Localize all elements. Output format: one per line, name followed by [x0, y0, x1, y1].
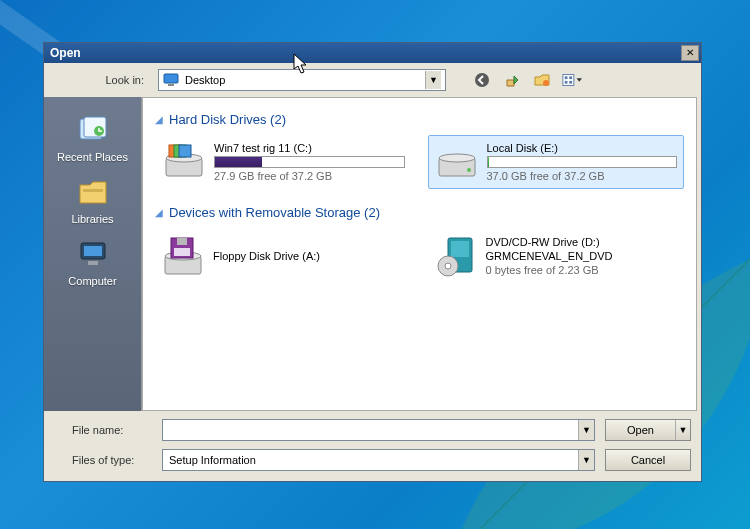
open-button[interactable]: Open ▼: [605, 419, 691, 441]
svg-rect-12: [83, 189, 103, 192]
places-bar: Recent Places Libraries Computer: [44, 97, 142, 411]
drive-item[interactable]: Win7 test rig 11 (C:) 27.9 GB free of 37…: [155, 135, 412, 189]
cancel-button[interactable]: Cancel: [605, 449, 691, 471]
open-dialog: Open ✕ Look in: Desktop ▼: [43, 42, 702, 482]
cancel-button-label: Cancel: [631, 450, 665, 470]
chevron-down-icon: ◢: [155, 207, 163, 218]
device-free-text: 0 bytes free of 2.23 GB: [486, 264, 613, 276]
svg-rect-14: [84, 246, 102, 256]
svg-point-32: [445, 263, 451, 269]
dialog-title: Open: [50, 46, 681, 60]
device-name: DVD/CD-RW Drive (D:): [486, 236, 613, 248]
computer-icon: [76, 237, 110, 271]
dvd-drive-icon: [434, 234, 478, 278]
group-header-hdd[interactable]: ◢ Hard Disk Drives (2): [155, 112, 684, 127]
svg-rect-5: [565, 76, 568, 79]
drive-usage-bar: [487, 156, 678, 168]
svg-point-23: [467, 168, 471, 172]
filename-combo[interactable]: ▼: [162, 419, 595, 441]
lookin-dropdown-arrow[interactable]: ▼: [425, 71, 441, 89]
group-title: Devices with Removable Storage (2): [169, 205, 380, 220]
device-item[interactable]: DVD/CD-RW Drive (D:) GRMCENEVAL_EN_DVD 0…: [428, 228, 685, 284]
filetype-combo[interactable]: Setup Information ▼: [162, 449, 595, 471]
device-label: GRMCENEVAL_EN_DVD: [486, 250, 613, 262]
drive-free-text: 37.0 GB free of 37.2 GB: [487, 170, 678, 182]
floppy-icon: [161, 234, 205, 278]
sidebar-item-computer[interactable]: Computer: [44, 233, 141, 291]
device-name: Floppy Disk Drive (A:): [213, 250, 320, 262]
svg-rect-30: [451, 241, 469, 257]
svg-rect-27: [177, 238, 187, 245]
dropdown-arrow-icon[interactable]: ▼: [578, 420, 594, 440]
svg-rect-0: [164, 74, 178, 83]
device-item[interactable]: Floppy Disk Drive (A:): [155, 228, 412, 284]
filename-label: File name:: [54, 424, 152, 436]
hdd-icon: [162, 142, 206, 180]
svg-rect-4: [563, 75, 574, 86]
svg-rect-1: [168, 84, 174, 86]
dropdown-arrow-icon[interactable]: ▼: [578, 450, 594, 470]
file-list-area[interactable]: ◢ Hard Disk Drives (2) Win7 test rig 11 …: [142, 97, 697, 411]
recent-places-icon: [76, 113, 110, 147]
sidebar-item-libraries[interactable]: Libraries: [44, 171, 141, 229]
svg-point-2: [475, 73, 489, 87]
svg-point-3: [543, 80, 549, 86]
lookin-value: Desktop: [185, 74, 425, 86]
filetype-label: Files of type:: [54, 454, 152, 466]
titlebar[interactable]: Open ✕: [44, 43, 701, 63]
sidebar-item-label: Computer: [44, 275, 141, 287]
chevron-down-icon: ◢: [155, 114, 163, 125]
group-header-removable[interactable]: ◢ Devices with Removable Storage (2): [155, 205, 684, 220]
lookin-combo[interactable]: Desktop ▼: [158, 69, 446, 91]
drive-usage-bar: [214, 156, 405, 168]
hdd-icon: [435, 142, 479, 180]
drive-item[interactable]: Local Disk (E:) 37.0 GB free of 37.2 GB: [428, 135, 685, 189]
drive-free-text: 27.9 GB free of 37.2 GB: [214, 170, 405, 182]
drive-name: Local Disk (E:): [487, 142, 678, 154]
sidebar-item-label: Recent Places: [44, 151, 141, 163]
svg-rect-28: [174, 248, 190, 256]
open-split-arrow[interactable]: ▼: [676, 420, 690, 440]
svg-rect-15: [88, 261, 98, 265]
view-menu-button[interactable]: [562, 70, 582, 90]
drive-name: Win7 test rig 11 (C:): [214, 142, 405, 154]
new-folder-button[interactable]: [532, 70, 552, 90]
svg-point-22: [439, 154, 475, 162]
svg-rect-7: [565, 81, 568, 84]
lookin-label: Look in:: [54, 74, 144, 86]
dialog-bottom: File name: ▼ Open ▼ Files of type: Setup…: [44, 411, 701, 481]
group-title: Hard Disk Drives (2): [169, 112, 286, 127]
filetype-value: Setup Information: [163, 454, 578, 466]
back-button[interactable]: [472, 70, 492, 90]
libraries-icon: [76, 175, 110, 209]
up-button[interactable]: [502, 70, 522, 90]
svg-rect-8: [569, 81, 572, 84]
svg-rect-6: [569, 76, 572, 79]
sidebar-item-recent[interactable]: Recent Places: [44, 109, 141, 167]
toolbar: Look in: Desktop ▼: [44, 63, 701, 97]
sidebar-item-label: Libraries: [44, 213, 141, 225]
svg-rect-20: [179, 145, 191, 157]
open-button-label: Open: [606, 420, 676, 440]
desktop-icon: [163, 72, 179, 88]
close-button[interactable]: ✕: [681, 45, 699, 61]
